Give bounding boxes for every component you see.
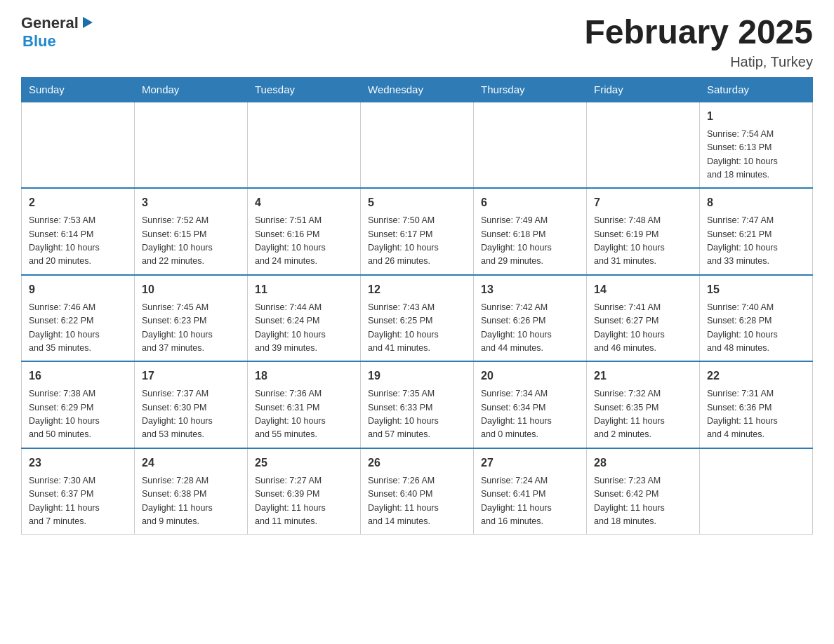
day-info: Sunrise: 7:47 AM Sunset: 6:21 PM Dayligh…	[707, 215, 778, 266]
calendar-day-8: 8Sunrise: 7:47 AM Sunset: 6:21 PM Daylig…	[700, 188, 813, 275]
day-number: 13	[481, 281, 579, 298]
day-info: Sunrise: 7:38 AM Sunset: 6:29 PM Dayligh…	[29, 389, 100, 439]
calendar-day-empty	[22, 102, 135, 189]
day-number: 15	[707, 281, 805, 298]
day-number: 22	[707, 368, 805, 384]
day-info: Sunrise: 7:32 AM Sunset: 6:35 PM Dayligh…	[594, 389, 665, 439]
day-info: Sunrise: 7:53 AM Sunset: 6:14 PM Dayligh…	[29, 215, 100, 266]
day-number: 1	[707, 108, 805, 125]
calendar-day-empty	[587, 102, 700, 189]
calendar-day-9: 9Sunrise: 7:46 AM Sunset: 6:22 PM Daylig…	[22, 275, 135, 362]
calendar-day-19: 19Sunrise: 7:35 AM Sunset: 6:33 PM Dayli…	[361, 361, 474, 448]
calendar-day-empty	[361, 102, 474, 189]
day-info: Sunrise: 7:30 AM Sunset: 6:37 PM Dayligh…	[29, 476, 100, 526]
day-number: 27	[481, 455, 579, 471]
calendar-week-row: 16Sunrise: 7:38 AM Sunset: 6:29 PM Dayli…	[22, 361, 813, 448]
day-info: Sunrise: 7:36 AM Sunset: 6:31 PM Dayligh…	[255, 389, 326, 439]
calendar-day-24: 24Sunrise: 7:28 AM Sunset: 6:38 PM Dayli…	[135, 448, 248, 535]
day-info: Sunrise: 7:51 AM Sunset: 6:16 PM Dayligh…	[255, 215, 326, 266]
calendar-day-3: 3Sunrise: 7:52 AM Sunset: 6:15 PM Daylig…	[135, 188, 248, 275]
day-info: Sunrise: 7:40 AM Sunset: 6:28 PM Dayligh…	[707, 302, 778, 353]
calendar-day-26: 26Sunrise: 7:26 AM Sunset: 6:40 PM Dayli…	[361, 448, 474, 535]
weekday-header-row: SundayMondayTuesdayWednesdayThursdayFrid…	[22, 77, 813, 102]
calendar-day-7: 7Sunrise: 7:48 AM Sunset: 6:19 PM Daylig…	[587, 188, 700, 275]
weekday-header-sunday: Sunday	[22, 77, 135, 102]
logo: General Blue	[21, 14, 95, 51]
weekday-header-saturday: Saturday	[700, 77, 813, 102]
day-info: Sunrise: 7:24 AM Sunset: 6:41 PM Dayligh…	[481, 476, 552, 526]
calendar-week-row: 9Sunrise: 7:46 AM Sunset: 6:22 PM Daylig…	[22, 275, 813, 362]
day-number: 9	[29, 281, 127, 298]
day-info: Sunrise: 7:43 AM Sunset: 6:25 PM Dayligh…	[368, 302, 439, 353]
day-info: Sunrise: 7:48 AM Sunset: 6:19 PM Dayligh…	[594, 215, 665, 266]
day-number: 21	[594, 368, 692, 384]
calendar-day-13: 13Sunrise: 7:42 AM Sunset: 6:26 PM Dayli…	[474, 275, 587, 362]
calendar-day-18: 18Sunrise: 7:36 AM Sunset: 6:31 PM Dayli…	[248, 361, 361, 448]
weekday-header-friday: Friday	[587, 77, 700, 102]
day-number: 17	[142, 368, 240, 384]
calendar-day-16: 16Sunrise: 7:38 AM Sunset: 6:29 PM Dayli…	[22, 361, 135, 448]
weekday-header-monday: Monday	[135, 77, 248, 102]
day-number: 5	[368, 194, 466, 211]
title-area: February 2025 Hatip, Turkey	[584, 14, 813, 70]
day-info: Sunrise: 7:34 AM Sunset: 6:34 PM Dayligh…	[481, 389, 552, 439]
day-info: Sunrise: 7:41 AM Sunset: 6:27 PM Dayligh…	[594, 302, 665, 353]
day-info: Sunrise: 7:44 AM Sunset: 6:24 PM Dayligh…	[255, 302, 326, 353]
calendar-day-6: 6Sunrise: 7:49 AM Sunset: 6:18 PM Daylig…	[474, 188, 587, 275]
logo-blue-text: Blue	[22, 32, 56, 51]
calendar-day-2: 2Sunrise: 7:53 AM Sunset: 6:14 PM Daylig…	[22, 188, 135, 275]
day-number: 11	[255, 281, 353, 298]
calendar-day-1: 1Sunrise: 7:54 AM Sunset: 6:13 PM Daylig…	[700, 102, 813, 189]
day-number: 4	[255, 194, 353, 211]
weekday-header-thursday: Thursday	[474, 77, 587, 102]
logo-arrow-icon	[80, 15, 95, 30]
day-number: 18	[255, 368, 353, 384]
calendar-day-10: 10Sunrise: 7:45 AM Sunset: 6:23 PM Dayli…	[135, 275, 248, 362]
day-info: Sunrise: 7:27 AM Sunset: 6:39 PM Dayligh…	[255, 476, 326, 526]
day-info: Sunrise: 7:45 AM Sunset: 6:23 PM Dayligh…	[142, 302, 213, 353]
calendar-day-28: 28Sunrise: 7:23 AM Sunset: 6:42 PM Dayli…	[587, 448, 700, 535]
day-info: Sunrise: 7:50 AM Sunset: 6:17 PM Dayligh…	[368, 215, 439, 266]
day-info: Sunrise: 7:35 AM Sunset: 6:33 PM Dayligh…	[368, 389, 439, 439]
calendar-day-25: 25Sunrise: 7:27 AM Sunset: 6:39 PM Dayli…	[248, 448, 361, 535]
location-subtitle: Hatip, Turkey	[584, 54, 813, 70]
day-number: 19	[368, 368, 466, 384]
day-number: 14	[594, 281, 692, 298]
calendar-table: SundayMondayTuesdayWednesdayThursdayFrid…	[21, 77, 813, 535]
calendar-day-27: 27Sunrise: 7:24 AM Sunset: 6:41 PM Dayli…	[474, 448, 587, 535]
day-number: 7	[594, 194, 692, 211]
day-info: Sunrise: 7:23 AM Sunset: 6:42 PM Dayligh…	[594, 476, 665, 526]
calendar-day-5: 5Sunrise: 7:50 AM Sunset: 6:17 PM Daylig…	[361, 188, 474, 275]
day-number: 6	[481, 194, 579, 211]
calendar-day-12: 12Sunrise: 7:43 AM Sunset: 6:25 PM Dayli…	[361, 275, 474, 362]
calendar-week-row: 1Sunrise: 7:54 AM Sunset: 6:13 PM Daylig…	[22, 102, 813, 189]
day-info: Sunrise: 7:31 AM Sunset: 6:36 PM Dayligh…	[707, 389, 778, 439]
day-info: Sunrise: 7:37 AM Sunset: 6:30 PM Dayligh…	[142, 389, 213, 439]
calendar-week-row: 2Sunrise: 7:53 AM Sunset: 6:14 PM Daylig…	[22, 188, 813, 275]
day-info: Sunrise: 7:46 AM Sunset: 6:22 PM Dayligh…	[29, 302, 100, 353]
day-number: 3	[142, 194, 240, 211]
month-title: February 2025	[584, 14, 813, 51]
calendar-day-14: 14Sunrise: 7:41 AM Sunset: 6:27 PM Dayli…	[587, 275, 700, 362]
calendar-day-empty	[248, 102, 361, 189]
day-number: 10	[142, 281, 240, 298]
day-number: 20	[481, 368, 579, 384]
calendar-day-15: 15Sunrise: 7:40 AM Sunset: 6:28 PM Dayli…	[700, 275, 813, 362]
svg-marker-0	[83, 17, 93, 28]
calendar-day-20: 20Sunrise: 7:34 AM Sunset: 6:34 PM Dayli…	[474, 361, 587, 448]
calendar-day-4: 4Sunrise: 7:51 AM Sunset: 6:16 PM Daylig…	[248, 188, 361, 275]
weekday-header-tuesday: Tuesday	[248, 77, 361, 102]
day-number: 24	[142, 455, 240, 471]
day-number: 26	[368, 455, 466, 471]
day-number: 16	[29, 368, 127, 384]
day-info: Sunrise: 7:26 AM Sunset: 6:40 PM Dayligh…	[368, 476, 439, 526]
day-info: Sunrise: 7:54 AM Sunset: 6:13 PM Dayligh…	[707, 129, 778, 180]
calendar-day-11: 11Sunrise: 7:44 AM Sunset: 6:24 PM Dayli…	[248, 275, 361, 362]
day-number: 8	[707, 194, 805, 211]
calendar-day-empty	[474, 102, 587, 189]
day-info: Sunrise: 7:42 AM Sunset: 6:26 PM Dayligh…	[481, 302, 552, 353]
day-number: 25	[255, 455, 353, 471]
calendar-week-row: 23Sunrise: 7:30 AM Sunset: 6:37 PM Dayli…	[22, 448, 813, 535]
calendar-day-22: 22Sunrise: 7:31 AM Sunset: 6:36 PM Dayli…	[700, 361, 813, 448]
calendar-day-21: 21Sunrise: 7:32 AM Sunset: 6:35 PM Dayli…	[587, 361, 700, 448]
